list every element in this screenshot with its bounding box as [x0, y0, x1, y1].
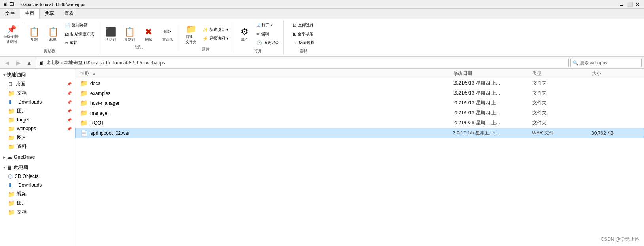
btn-select-all[interactable]: ☑ 全部选择 — [291, 21, 316, 29]
btn-deselect-all[interactable]: ⊞ 全部取消 — [291, 30, 316, 38]
move-icon: ⬛ — [105, 27, 116, 37]
downloads2-icon: ⬇ — [8, 182, 13, 188]
thispc-header[interactable]: ▾ 🖥 此电脑 — [0, 163, 75, 172]
search-input[interactable] — [580, 61, 640, 65]
webapps-label: webapps — [17, 126, 65, 131]
onedrive-arrow: ▸ — [3, 155, 5, 159]
btn-copy-to[interactable]: 📋 复制到 — [120, 26, 139, 44]
btn-properties[interactable]: ⚙ 属性 — [236, 26, 254, 44]
btn-rename[interactable]: ✏ 重命名 — [158, 26, 177, 44]
tab-file[interactable]: 文件 — [0, 9, 20, 19]
btn-paste-shortcut[interactable]: 🗂 粘贴快捷方式 — [63, 30, 96, 38]
group-open: ⚙ 属性 ☑ 打开 ▾ ✏ 编辑 🕐 历史记录 — [233, 21, 284, 55]
row-folder-icon: 📁 — [80, 99, 88, 107]
delete-icon: ✖ — [145, 27, 152, 37]
btn-pin-quick[interactable]: 📌 固定到快速访问 — [2, 23, 21, 45]
maximize-button[interactable]: ⬜ — [627, 1, 633, 8]
table-row[interactable]: 📁 manager 2021/5/13 星期四 上... 文件夹 — [75, 108, 644, 118]
table-row[interactable]: 📁 host-manager 2021/5/13 星期四 上... 文件夹 — [75, 98, 644, 108]
btn-new-folder[interactable]: 📁 新建文件夹 — [182, 23, 200, 46]
tab-home[interactable]: 主页 — [20, 9, 40, 19]
btn-open[interactable]: ☑ 打开 ▾ — [255, 21, 281, 29]
sidebar-item-docs[interactable]: 📁 文档 📌 — [0, 89, 75, 98]
desktop-icon: 🖥 — [8, 81, 13, 87]
file-type: WAR 文件 — [532, 130, 591, 136]
desktop-label: 桌面 — [16, 81, 65, 87]
videos-label: 视频 — [17, 191, 72, 197]
close-button[interactable]: ✕ — [635, 1, 641, 8]
table-row[interactable]: 📁 examples 2021/5/13 星期四 上... 文件夹 — [75, 88, 644, 98]
file-size: 30,762 KB — [591, 131, 639, 136]
up-button[interactable]: ▲ — [25, 58, 34, 68]
back-button[interactable]: ◀ — [2, 58, 12, 68]
sidebar-item-downloads[interactable]: ⬇ Downloads 📌 — [0, 98, 75, 106]
btn-edit[interactable]: ✏ 编辑 — [255, 30, 281, 38]
btn-invert-select[interactable]: ↔ 反向选择 — [291, 39, 316, 47]
pictures-label: 图片 — [17, 108, 65, 114]
btn-delete[interactable]: ✖ 删除 — [139, 26, 158, 44]
btn-new-item[interactable]: ✨ 新建项目 ▾ — [201, 26, 230, 34]
properties-icon: ⚙ — [241, 27, 249, 37]
file-name: examples — [90, 91, 453, 96]
sidebar-item-videos[interactable]: 📁 视频 — [0, 189, 75, 199]
path-item-1[interactable]: 此电脑 — [46, 59, 60, 66]
sidebar-item-3dobjects[interactable]: ⬡ 3D Objects — [0, 172, 75, 181]
new-item-icon: ✨ — [203, 27, 208, 32]
sidebar-item-materials[interactable]: 📁 资料 — [0, 142, 75, 151]
sidebar-item-pictures2[interactable]: 📁 图片 — [0, 133, 75, 142]
path-item-4[interactable]: webapps — [146, 60, 165, 66]
onedrive-header[interactable]: ▸ ☁ OneDrive — [0, 153, 75, 161]
col-name[interactable]: 名称 ▲ — [80, 70, 453, 77]
file-type: 文件夹 — [532, 119, 592, 126]
btn-history[interactable]: 🕐 历史记录 — [255, 39, 281, 47]
videos-icon: 📁 — [8, 191, 15, 197]
table-row[interactable]: 📁 docs 2021/5/13 星期四 上... 文件夹 — [75, 78, 644, 88]
col-size[interactable]: 大小 — [592, 70, 639, 77]
sidebar-item-downloads2[interactable]: ⬇ Downloads — [0, 181, 75, 189]
pictures-icon: 📁 — [8, 108, 15, 114]
btn-paste[interactable]: 📋 粘贴 — [44, 26, 62, 44]
pictures2-icon: 📁 — [8, 134, 15, 141]
sidebar-item-target[interactable]: 📁 target 📌 — [0, 115, 75, 124]
btn-easy-access[interactable]: ⚡ 轻松访问 ▾ — [201, 34, 230, 42]
tab-view[interactable]: 查看 — [59, 9, 79, 19]
pictures3-label: 图片 — [17, 200, 72, 206]
docs-label: 文档 — [17, 90, 65, 97]
sidebar: ▾ 快速访问 🖥 桌面 📌 📁 文档 📌 ⬇ Downloads 📌 📁 图片 — [0, 69, 75, 246]
group-organize: ⬛ 移动到 📋 复制到 ✖ 删除 ✏ 重命名 组织 — [99, 25, 179, 51]
docs-pin: 📌 — [67, 91, 72, 95]
minimize-button[interactable]: 🗕 — [619, 1, 625, 8]
btn-copy[interactable]: 📋 复制 — [25, 26, 43, 44]
btn-copy-path[interactable]: 📄 复制路径 — [63, 21, 96, 29]
docs2-label: 文档 — [17, 209, 72, 216]
title-bar-path: D:\apache-tomcat-8.5.65\webapps — [19, 2, 85, 7]
onedrive-label: OneDrive — [14, 154, 35, 160]
col-date[interactable]: 修改日期 — [453, 70, 532, 77]
sidebar-item-pictures3[interactable]: 📁 图片 — [0, 199, 75, 208]
btn-move-to[interactable]: ⬛ 移动到 — [101, 26, 120, 44]
col-type[interactable]: 类型 — [532, 70, 592, 77]
quick-access-header[interactable]: ▾ 快速访问 — [0, 70, 75, 79]
sidebar-item-pictures[interactable]: 📁 图片 📌 — [0, 106, 75, 115]
search-box[interactable]: 🔍 — [570, 59, 642, 67]
table-row[interactable]: 📄 springboot_02.war 2021/11/5 星期五 下... W… — [75, 128, 644, 138]
tab-share[interactable]: 共享 — [40, 9, 59, 19]
cut-icon: ✂ — [65, 40, 68, 45]
thispc-label: 此电脑 — [14, 164, 28, 171]
sidebar-item-docs2[interactable]: 📁 文档 — [0, 208, 75, 217]
address-path[interactable]: 🖥 此电脑 › 本地磁盘 (D:) › apache-tomcat-8.5.65… — [36, 59, 569, 67]
file-list-header: 名称 ▲ 修改日期 类型 大小 — [75, 69, 644, 78]
pictures3-icon: 📁 — [8, 200, 15, 206]
forward-button[interactable]: ▶ — [13, 58, 23, 68]
row-folder-icon: 📁 — [80, 119, 88, 127]
copy-icon: 📋 — [29, 27, 40, 37]
path-item-3[interactable]: apache-tomcat-8.5.65 — [96, 60, 142, 66]
new-folder-icon: 📁 — [186, 24, 196, 34]
btn-cut[interactable]: ✂ 剪切 — [63, 39, 96, 47]
path-item-2[interactable]: 本地磁盘 (D:) — [64, 59, 92, 66]
row-folder-icon: 📁 — [80, 89, 88, 97]
table-row[interactable]: 📁 ROOT 2021/9/28 星期二 上... 文件夹 — [75, 118, 644, 128]
sidebar-item-desktop[interactable]: 🖥 桌面 📌 — [0, 79, 75, 89]
sidebar-item-webapps[interactable]: 📁 webapps 📌 — [0, 124, 75, 133]
file-name: manager — [90, 110, 453, 116]
